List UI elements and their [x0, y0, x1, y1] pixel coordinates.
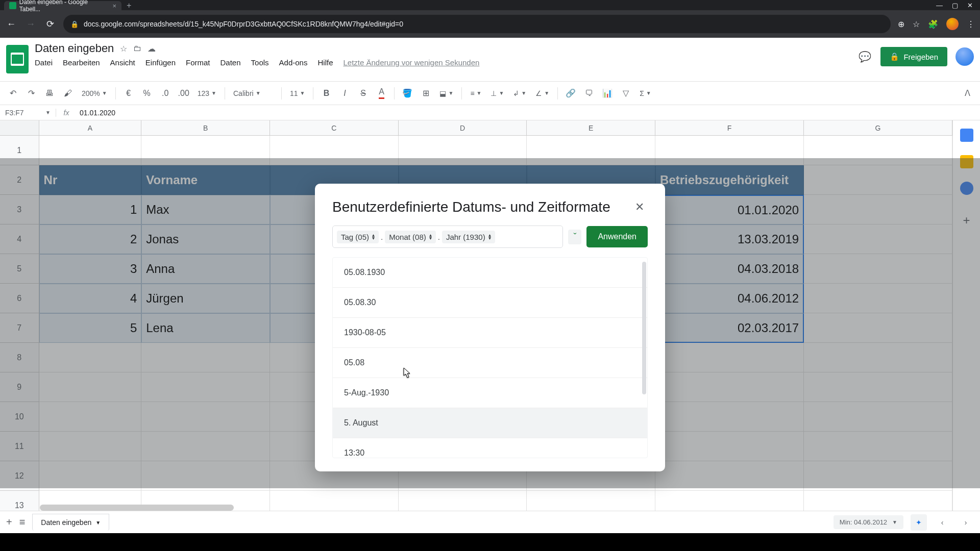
font-family-dropdown[interactable]: Calibri▼	[230, 89, 276, 97]
currency-button[interactable]: €	[121, 86, 136, 101]
apply-button[interactable]: Anwenden	[586, 226, 648, 247]
menu-format[interactable]: Format	[186, 58, 210, 67]
close-window-icon[interactable]: ✕	[967, 2, 973, 9]
menu-file[interactable]: Datei	[35, 58, 53, 67]
row-header[interactable]: 13	[0, 491, 39, 511]
h-align-button[interactable]: ≡▼	[467, 89, 484, 97]
fill-color-button[interactable]: 🪣	[400, 86, 415, 101]
menu-icon[interactable]: ⋮	[967, 19, 975, 29]
sheet-nav-right[interactable]: ›	[958, 514, 974, 531]
formula-input[interactable]: 01.01.2020	[77, 109, 115, 117]
month-token[interactable]: Monat (08)▴▾	[385, 231, 436, 243]
number-format-dropdown[interactable]: 123▼	[194, 89, 219, 97]
select-all-corner[interactable]	[0, 120, 39, 135]
format-option[interactable]: 05.08.1930	[333, 258, 647, 288]
redo-button[interactable]: ↷	[23, 86, 39, 101]
italic-button[interactable]: I	[337, 86, 352, 101]
menu-insert[interactable]: Einfügen	[145, 58, 176, 67]
day-token[interactable]: Tag (05)▴▾	[337, 231, 379, 243]
paint-format-button[interactable]: 🖌	[60, 86, 76, 101]
column-header-A[interactable]: A	[39, 120, 142, 135]
cell[interactable]	[270, 491, 399, 511]
all-sheets-button[interactable]: ≡	[19, 516, 26, 528]
account-avatar[interactable]	[955, 47, 974, 66]
bold-button[interactable]: B	[318, 86, 334, 101]
close-dialog-button[interactable]: ✕	[631, 201, 648, 214]
borders-button[interactable]: ⊞	[418, 86, 433, 101]
format-option[interactable]: 5-Aug.-1930	[333, 378, 647, 408]
address-bar[interactable]: 🔒 docs.google.com/spreadsheets/d/15_k45N…	[63, 15, 891, 33]
comments-icon[interactable]: 💬	[857, 49, 872, 64]
year-token[interactable]: Jahr (1930)▴▾	[442, 231, 495, 243]
back-button[interactable]: ←	[5, 19, 17, 30]
format-list-scrollbar[interactable]	[642, 262, 646, 394]
chart-button[interactable]: 📊	[600, 86, 615, 101]
add-token-button[interactable]: ˇ	[568, 230, 581, 244]
explore-button[interactable]	[911, 514, 927, 531]
zoom-icon[interactable]: ⊕	[898, 19, 904, 29]
filter-button[interactable]: ▽	[618, 86, 633, 101]
sheet-nav-left[interactable]: ‹	[934, 514, 950, 531]
close-tab-icon[interactable]: ×	[112, 2, 116, 10]
cell[interactable]	[527, 491, 655, 511]
new-tab-button[interactable]: +	[121, 1, 136, 10]
menu-tools[interactable]: Tools	[251, 58, 269, 67]
cell[interactable]	[399, 491, 527, 511]
font-size-dropdown[interactable]: 11▼	[287, 89, 308, 97]
cell[interactable]	[804, 491, 952, 511]
decrease-decimal-button[interactable]: .0	[158, 86, 173, 101]
link-button[interactable]: 🔗	[563, 86, 578, 101]
percent-button[interactable]: %	[139, 86, 155, 101]
bookmark-icon[interactable]: ☆	[913, 19, 920, 29]
menu-edit[interactable]: Bearbeiten	[63, 58, 100, 67]
name-box[interactable]: F3:F7▼	[0, 109, 56, 117]
maximize-icon[interactable]: ▢	[952, 2, 958, 9]
format-option[interactable]: 05.08.30	[333, 288, 647, 318]
column-header-E[interactable]: E	[527, 120, 655, 135]
share-button[interactable]: 🔒 Freigeben	[880, 47, 947, 66]
menu-view[interactable]: Ansicht	[110, 58, 135, 67]
zoom-dropdown[interactable]: 200%▼	[79, 89, 110, 97]
document-title[interactable]: Daten eingeben	[35, 42, 114, 55]
extensions-icon[interactable]: 🧩	[928, 19, 938, 29]
functions-button[interactable]: Σ▼	[636, 89, 654, 97]
menu-data[interactable]: Daten	[220, 58, 241, 67]
cloud-icon[interactable]: ☁	[148, 44, 156, 54]
format-input[interactable]: Tag (05)▴▾ . Monat (08)▴▾ . Jahr (1930)▴…	[332, 226, 563, 248]
column-header-D[interactable]: D	[399, 120, 527, 135]
menu-help[interactable]: Hilfe	[317, 58, 333, 67]
status-summary[interactable]: Min: 04.06.2012▼	[834, 515, 903, 529]
cell[interactable]	[655, 491, 804, 511]
format-option[interactable]: 13:30	[333, 438, 647, 458]
text-color-button[interactable]: A	[374, 86, 389, 101]
v-align-button[interactable]: ⊥▼	[487, 89, 507, 97]
browser-tab[interactable]: Daten eingeben - Google Tabell... ×	[4, 1, 121, 10]
format-option[interactable]: 05.08	[333, 348, 647, 378]
strike-button[interactable]: S	[355, 86, 371, 101]
wrap-button[interactable]: ↲▼	[510, 89, 529, 97]
column-header-B[interactable]: B	[141, 120, 270, 135]
comment-button[interactable]: 🗨	[581, 86, 597, 101]
profile-avatar[interactable]	[946, 18, 959, 30]
add-sheet-button[interactable]: +	[6, 516, 12, 528]
star-icon[interactable]: ☆	[120, 44, 127, 54]
format-option[interactable]: 5. August	[333, 408, 647, 438]
menu-addons[interactable]: Add-ons	[279, 58, 308, 67]
increase-decimal-button[interactable]: .00	[176, 86, 191, 101]
column-header-C[interactable]: C	[270, 120, 399, 135]
minimize-icon[interactable]: —	[936, 2, 943, 9]
sheet-tab-active[interactable]: Daten eingeben▼	[32, 514, 109, 531]
print-button[interactable]: 🖶	[42, 86, 57, 101]
move-icon[interactable]: 🗀	[133, 44, 141, 53]
undo-button[interactable]: ↶	[5, 86, 20, 101]
format-option[interactable]: 1930-08-05	[333, 318, 647, 348]
rotate-button[interactable]: ∠▼	[532, 89, 552, 97]
last-edit-info[interactable]: Letzte Änderung vor wenigen Sekunden	[343, 58, 479, 67]
reload-button[interactable]: ⟳	[44, 18, 56, 30]
calendar-sidebar-icon[interactable]	[960, 129, 973, 142]
horizontal-scrollbar[interactable]	[40, 505, 234, 511]
merge-cells-button[interactable]: ⬓▼	[436, 89, 456, 97]
column-header-G[interactable]: G	[804, 120, 952, 135]
sheets-logo[interactable]	[6, 45, 29, 73]
collapse-toolbar-button[interactable]: ᐱ	[960, 86, 975, 101]
